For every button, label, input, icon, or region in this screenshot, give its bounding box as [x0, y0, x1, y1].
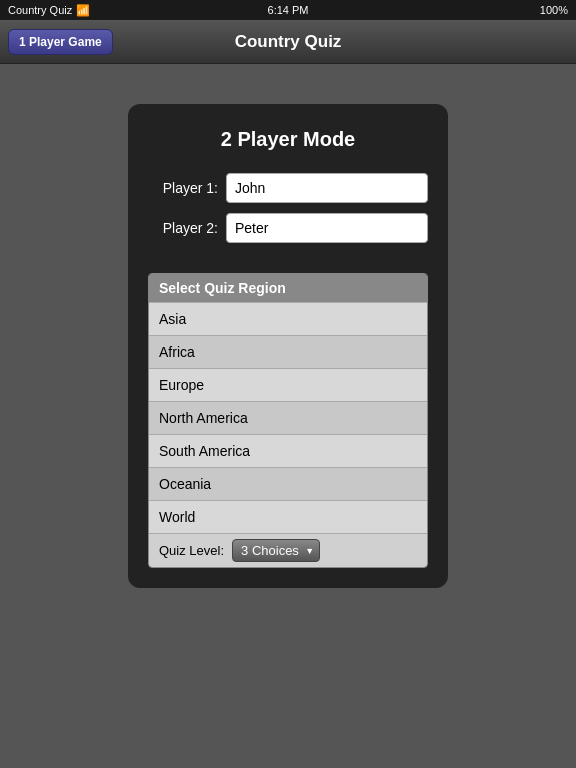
app-name-status: Country Quiz [8, 4, 72, 16]
region-item-world[interactable]: World [149, 500, 427, 533]
main-content: 2 Player Mode Player 1: Player 2: Select… [0, 64, 576, 768]
wifi-icon: 📶 [76, 4, 90, 17]
player1-input[interactable] [226, 173, 428, 203]
player1-row: Player 1: [148, 173, 428, 203]
back-button[interactable]: 1 Player Game [8, 29, 113, 55]
status-bar: Country Quiz 📶 6:14 PM 100% [0, 0, 576, 20]
battery-indicator: 100% [540, 4, 568, 16]
region-item-europe[interactable]: Europe [149, 368, 427, 401]
player1-label: Player 1: [148, 180, 218, 196]
region-list-header: Select Quiz Region [149, 274, 427, 302]
region-list: Select Quiz Region Asia Africa Europe No… [148, 273, 428, 568]
status-time: 6:14 PM [268, 4, 309, 16]
region-item-asia[interactable]: Asia [149, 302, 427, 335]
status-left: Country Quiz 📶 [8, 4, 90, 17]
region-item-north-america[interactable]: North America [149, 401, 427, 434]
nav-title: Country Quiz [235, 32, 342, 52]
quiz-level-row: Quiz Level: 2 Choices 3 Choices 4 Choice… [149, 533, 427, 567]
quiz-level-select-wrapper[interactable]: 2 Choices 3 Choices 4 Choices [232, 539, 320, 562]
region-item-africa[interactable]: Africa [149, 335, 427, 368]
card-title: 2 Player Mode [221, 128, 356, 151]
card: 2 Player Mode Player 1: Player 2: Select… [128, 104, 448, 588]
player2-row: Player 2: [148, 213, 428, 243]
region-item-oceania[interactable]: Oceania [149, 467, 427, 500]
quiz-level-label: Quiz Level: [159, 543, 224, 558]
region-item-south-america[interactable]: South America [149, 434, 427, 467]
quiz-level-select[interactable]: 2 Choices 3 Choices 4 Choices [232, 539, 320, 562]
nav-bar: 1 Player Game Country Quiz [0, 20, 576, 64]
player2-input[interactable] [226, 213, 428, 243]
player2-label: Player 2: [148, 220, 218, 236]
